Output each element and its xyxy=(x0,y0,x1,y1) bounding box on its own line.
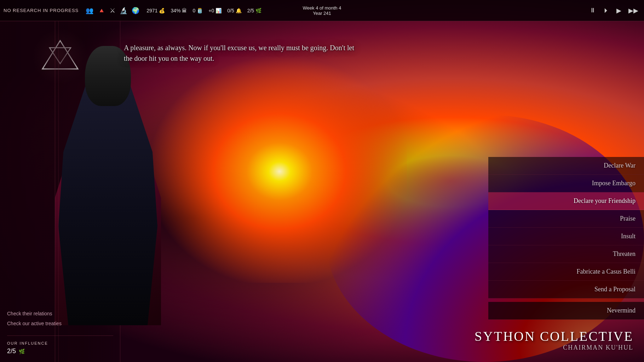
credits-stat[interactable]: 2971 💰 xyxy=(146,8,165,13)
laurel-icon: 🌿 xyxy=(19,349,25,354)
influence-title: OUR INFLUENCE xyxy=(7,341,113,345)
impose-embargo-button[interactable]: Impose Embargo xyxy=(488,175,644,192)
faction-name-area: SYTHON COLLECTIVE CHAIRMAN KU'HUL xyxy=(475,328,633,351)
send-proposal-button[interactable]: Send a Proposal xyxy=(488,281,644,298)
top-bar: NO RESEARCH IN PROGRESS 👥 🔺 ⚔ 🔬 🌍 2971 💰… xyxy=(0,0,644,21)
dialogue-text: A pleasure, as always. Now if you'll exc… xyxy=(124,42,364,64)
left-divider-2 xyxy=(58,21,59,362)
next-button[interactable]: ▶ xyxy=(614,6,623,15)
faction-logo-area xyxy=(0,21,120,92)
faction-leader: CHAIRMAN KU'HUL xyxy=(475,344,633,351)
food-stat[interactable]: 0 🫙 xyxy=(192,8,203,13)
credits-value: 2971 xyxy=(146,8,157,13)
research-icon[interactable]: 🔺 xyxy=(98,7,105,14)
food-icon: 🫙 xyxy=(197,8,203,13)
left-divider-1 xyxy=(55,21,55,362)
influence-number: 2/5 xyxy=(7,348,16,355)
week-line2: Year 241 xyxy=(303,11,341,16)
planets-icon[interactable]: 🌍 xyxy=(132,7,139,14)
alerts-icon: 🔔 xyxy=(236,8,242,13)
step-button[interactable]: ⏵ xyxy=(601,6,611,15)
income-value: +0 xyxy=(208,8,214,13)
approval-icon: 🏛 xyxy=(182,8,187,13)
food-value: 0 xyxy=(192,8,195,13)
no-research-label: NO RESEARCH IN PROGRESS xyxy=(4,8,79,13)
fabricate-casus-belli-button[interactable]: Fabricate a Casus Belli xyxy=(488,263,644,281)
influence-top-stat[interactable]: 2/5 🌿 xyxy=(247,8,261,13)
influence-top-value: 2/5 xyxy=(247,8,254,13)
declare-friendship-button[interactable]: Declare your Friendship xyxy=(488,192,644,210)
check-relations-link[interactable]: Check their relations xyxy=(7,309,113,319)
approval-value: 34% xyxy=(171,8,180,13)
right-action-panel: Declare War Impose Embargo Declare your … xyxy=(488,21,644,362)
military-icon[interactable]: ⚔ xyxy=(110,7,115,14)
approval-stat[interactable]: 34% 🏛 xyxy=(171,8,187,13)
nevermind-button[interactable]: Nevermind xyxy=(488,302,644,320)
check-treaties-link[interactable]: Check our active treaties xyxy=(7,319,113,328)
top-stats: 2971 💰 34% 🏛 0 🫙 +0 📊 0/5 🔔 2/5 🌿 xyxy=(146,8,587,13)
influence-value: 2/5 🌿 xyxy=(7,348,113,355)
credits-icon: 💰 xyxy=(159,8,165,13)
alerts-stat[interactable]: 0/5 🔔 xyxy=(227,8,241,13)
praise-button[interactable]: Praise xyxy=(488,210,644,228)
alerts-value: 0/5 xyxy=(227,8,234,13)
logo-circle-bg xyxy=(32,28,88,85)
income-stat[interactable]: +0 📊 xyxy=(208,8,222,13)
top-icons: 👥 🔺 ⚔ 🔬 🌍 xyxy=(86,7,139,14)
pause-button[interactable]: ⏸ xyxy=(587,6,598,15)
left-panel: Check their relations Check our active t… xyxy=(0,21,120,362)
week-line1: Week 4 of month 4 xyxy=(303,5,341,11)
fast-forward-button[interactable]: ▶▶ xyxy=(626,6,640,15)
faction-name: SYTHON COLLECTIVE xyxy=(475,328,633,344)
faction-logo xyxy=(39,35,81,78)
science-icon[interactable]: 🔬 xyxy=(120,7,127,14)
threaten-button[interactable]: Threaten xyxy=(488,245,644,263)
game-container: NO RESEARCH IN PROGRESS 👥 🔺 ⚔ 🔬 🌍 2971 💰… xyxy=(0,0,644,362)
influence-top-icon: 🌿 xyxy=(255,8,261,13)
influence-section: OUR INFLUENCE 2/5 🌿 xyxy=(7,335,113,355)
population-icon[interactable]: 👥 xyxy=(86,7,93,14)
top-controls: ⏸ ⏵ ▶ ▶▶ xyxy=(587,6,640,15)
income-icon: 📊 xyxy=(215,8,222,13)
declare-war-button[interactable]: Declare War xyxy=(488,157,644,175)
insult-button[interactable]: Insult xyxy=(488,228,644,245)
dialogue-box: A pleasure, as always. Now if you'll exc… xyxy=(124,42,488,64)
left-bottom: Check their relations Check our active t… xyxy=(0,309,120,362)
week-info: Week 4 of month 4 Year 241 xyxy=(303,5,341,16)
